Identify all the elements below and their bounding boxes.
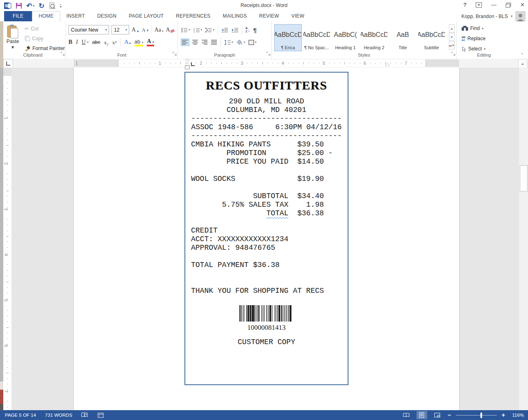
change-case-button[interactable]: Aa▾ bbox=[155, 27, 164, 33]
word-count[interactable]: 731 WORDS bbox=[45, 413, 72, 418]
cut-button[interactable]: ✂ Cut bbox=[25, 25, 65, 33]
clear-formatting-button[interactable]: A bbox=[166, 27, 174, 33]
tab-page-layout[interactable]: PAGE LAYOUT bbox=[123, 11, 170, 21]
user-name: Kopp, Brandon - BLS bbox=[462, 14, 508, 19]
page-indicator[interactable]: PAGE 5 OF 14 bbox=[5, 413, 36, 418]
numbering-button[interactable]: 1 2 3 ▾ bbox=[193, 27, 203, 33]
tab-file[interactable]: FILE bbox=[4, 11, 32, 21]
scrollbar-thumb[interactable] bbox=[520, 165, 528, 192]
strikethrough-button[interactable]: abe bbox=[92, 40, 100, 45]
select-button[interactable]: Select▾ bbox=[462, 45, 485, 53]
receipt-text-box[interactable]: RECS OUTFITTERS 290 OLD MILL ROAD COLUMB… bbox=[184, 72, 348, 385]
style-erica[interactable]: AaBbCcD¶ Erica bbox=[274, 24, 302, 51]
close-button[interactable]: ✕ bbox=[520, 1, 525, 9]
vertical-scrollbar[interactable] bbox=[519, 68, 528, 410]
font-color-button[interactable]: A ▾ bbox=[147, 38, 154, 46]
styles-dialog-launcher[interactable] bbox=[451, 50, 455, 57]
user-account[interactable]: Kopp, Brandon - BLS ▾ bbox=[462, 11, 526, 21]
tab-design[interactable]: DESIGN bbox=[91, 11, 123, 21]
left-indent-marker[interactable] bbox=[185, 66, 189, 69]
underline-button[interactable]: U bbox=[82, 39, 86, 45]
style-h2[interactable]: AaBbCcDHeading 2 bbox=[360, 24, 388, 51]
horizontal-ruler[interactable]: 11234567 bbox=[74, 59, 459, 67]
zoom-slider-thumb[interactable] bbox=[480, 413, 482, 418]
document-page[interactable]: RECS OUTFITTERS 290 OLD MILL ROAD COLUMB… bbox=[74, 68, 459, 410]
multilevel-list-button[interactable]: ▾ bbox=[205, 27, 214, 33]
style-h1[interactable]: AaBbC(Heading 1 bbox=[332, 24, 359, 51]
ribbon-display-options-icon[interactable] bbox=[476, 2, 482, 8]
show-formatting-button[interactable]: ¶ bbox=[253, 27, 257, 34]
font-size-select[interactable]: 12▾ bbox=[112, 25, 129, 34]
tab-mailings[interactable]: MAILINGS bbox=[216, 11, 253, 21]
help-button[interactable]: ? bbox=[463, 1, 467, 9]
superscript-button[interactable]: x² bbox=[112, 40, 116, 45]
subscript-button[interactable]: x₂ bbox=[104, 40, 109, 45]
zoom-out-button[interactable]: − bbox=[448, 412, 451, 418]
proofing-errors-icon[interactable] bbox=[81, 412, 89, 418]
paste-dropdown-arrow[interactable]: ▾ bbox=[11, 44, 14, 50]
underline-dropdown-arrow[interactable]: ▾ bbox=[87, 41, 89, 44]
styles-scroll-up-button[interactable]: ▲ bbox=[449, 24, 455, 33]
align-right-icon bbox=[202, 40, 208, 45]
avatar[interactable] bbox=[515, 11, 526, 21]
tab-insert[interactable]: INSERT bbox=[60, 11, 91, 21]
font-family-select[interactable]: Courier New▾ bbox=[68, 25, 109, 34]
macro-recording-icon[interactable] bbox=[98, 413, 104, 418]
line-spacing-button[interactable]: ▾ bbox=[224, 40, 233, 45]
align-center-button[interactable] bbox=[192, 40, 198, 45]
text-highlight-button[interactable]: ab ▾ bbox=[134, 39, 143, 46]
paste-button[interactable]: Paste ▾ bbox=[3, 25, 22, 53]
justify-button[interactable] bbox=[211, 40, 217, 45]
paragraph-dialog-launcher[interactable] bbox=[266, 50, 271, 57]
tab-home[interactable]: HOME bbox=[32, 11, 60, 22]
barcode-image bbox=[239, 305, 294, 322]
bold-button[interactable]: B bbox=[68, 39, 72, 45]
tab-stop-selector[interactable] bbox=[3, 59, 13, 68]
tab-review[interactable]: REVIEW bbox=[253, 11, 285, 21]
tab-view[interactable]: VIEW bbox=[285, 11, 310, 21]
first-line-indent-marker[interactable] bbox=[185, 59, 189, 62]
decrease-indent-button[interactable] bbox=[221, 27, 228, 32]
zoom-in-button[interactable]: + bbox=[502, 412, 505, 418]
vertical-ruler[interactable]: 1234567 bbox=[3, 68, 11, 410]
styles-gallery: AaBbCcD¶ EricaAaBbCcD¶ No Spac...AaBbC(H… bbox=[274, 24, 445, 51]
style-subtitle[interactable]: AaBbCcDSubtitle bbox=[418, 24, 445, 51]
copy-button[interactable]: Copy bbox=[25, 34, 65, 43]
style-title[interactable]: AaBTitle bbox=[389, 24, 416, 51]
bullets-button[interactable]: ▾ bbox=[181, 27, 190, 33]
web-layout-button[interactable] bbox=[432, 411, 443, 419]
hanging-indent-marker[interactable] bbox=[185, 63, 189, 65]
sort-button[interactable]: A Z ↓ bbox=[246, 27, 250, 33]
tab-references[interactable]: REFERENCES bbox=[170, 11, 216, 21]
find-button[interactable]: Find▾ bbox=[462, 24, 485, 32]
borders-button[interactable]: ▾ bbox=[248, 40, 257, 45]
grow-font-button[interactable]: A▲ bbox=[132, 27, 139, 33]
total-spellcheck-word: TOTAL bbox=[266, 209, 289, 217]
shading-button[interactable]: ▾ bbox=[237, 40, 246, 45]
collapse-ribbon-button[interactable]: ⌃ bbox=[521, 52, 524, 57]
clipboard-dialog-launcher[interactable] bbox=[61, 50, 65, 57]
print-layout-button[interactable] bbox=[416, 411, 427, 419]
minimize-button[interactable]: — bbox=[491, 1, 496, 9]
format-painter-button[interactable]: Format Painter bbox=[25, 44, 65, 52]
align-left-button[interactable] bbox=[181, 39, 189, 46]
barcode-number: 10000081413 bbox=[185, 324, 348, 332]
right-indent-marker[interactable] bbox=[385, 63, 389, 66]
font-dialog-launcher[interactable] bbox=[173, 50, 177, 57]
restore-button[interactable] bbox=[505, 2, 511, 8]
replace-button[interactable]: ab ac Replace bbox=[462, 34, 485, 43]
style-nospac[interactable]: AaBbCcD¶ No Spac... bbox=[303, 24, 330, 51]
align-right-button[interactable] bbox=[202, 40, 208, 45]
ruler-inch-5: 5 bbox=[323, 61, 325, 66]
styles-scroll-down-button[interactable]: ▼ bbox=[449, 33, 455, 41]
zoom-level[interactable]: 116% bbox=[510, 413, 524, 418]
scroll-up-button[interactable]: ▲ bbox=[518, 59, 527, 68]
styles-gallery-expand-button[interactable]: ▬▼ bbox=[449, 41, 455, 50]
read-mode-button[interactable] bbox=[401, 411, 412, 419]
zoom-slider[interactable] bbox=[456, 415, 497, 415]
shrink-font-button[interactable]: A▼ bbox=[142, 27, 149, 32]
tab-stop-marker[interactable] bbox=[191, 62, 195, 66]
text-effects-button[interactable]: A▾ bbox=[124, 39, 131, 45]
italic-button[interactable]: I bbox=[76, 39, 78, 45]
increase-indent-button[interactable] bbox=[232, 27, 239, 32]
